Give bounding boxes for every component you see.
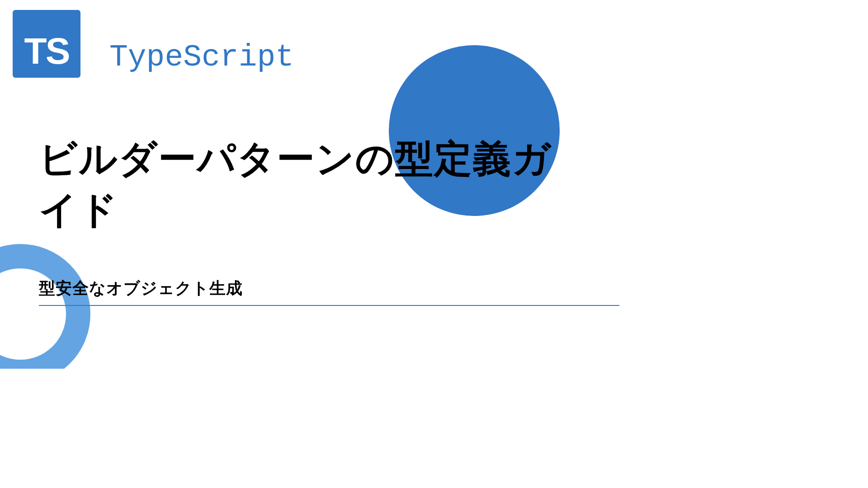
- typescript-logo-icon: TS: [13, 10, 80, 78]
- page-subtitle: 型安全なオブジェクト生成: [39, 277, 243, 300]
- logo-text: TS: [24, 30, 69, 72]
- page-title: ビルダーパターンの型定義ガイド: [39, 133, 568, 236]
- divider-line: [39, 305, 619, 306]
- typescript-label: TypeScript: [109, 40, 294, 75]
- decorative-ring: [0, 244, 90, 369]
